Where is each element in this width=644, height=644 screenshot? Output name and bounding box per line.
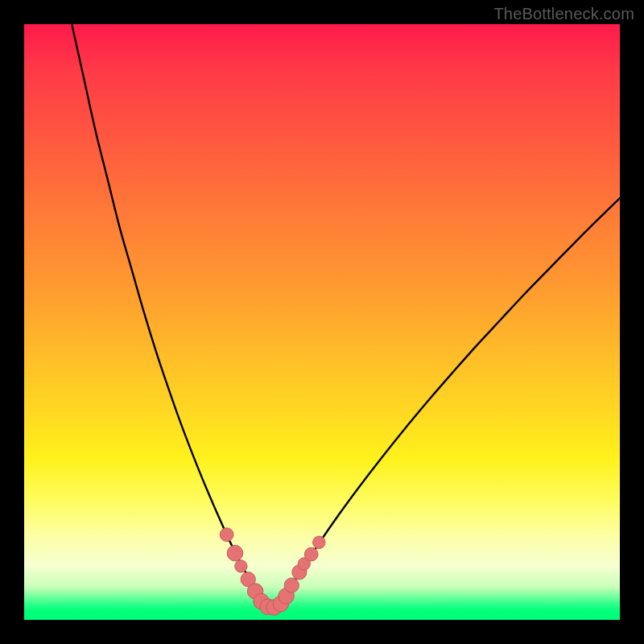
chart-frame: TheBottleneck.com bbox=[0, 0, 644, 644]
watermark-label: TheBottleneck.com bbox=[493, 5, 634, 23]
bottleneck-curve bbox=[72, 24, 620, 608]
data-marker bbox=[284, 578, 299, 592]
curve-canvas bbox=[24, 24, 620, 620]
data-marker bbox=[235, 560, 247, 572]
data-marker bbox=[313, 536, 325, 548]
marker-layer bbox=[220, 528, 325, 615]
data-marker bbox=[220, 528, 233, 542]
data-marker bbox=[304, 547, 318, 561]
plot-area bbox=[24, 24, 620, 620]
data-marker bbox=[227, 545, 243, 561]
